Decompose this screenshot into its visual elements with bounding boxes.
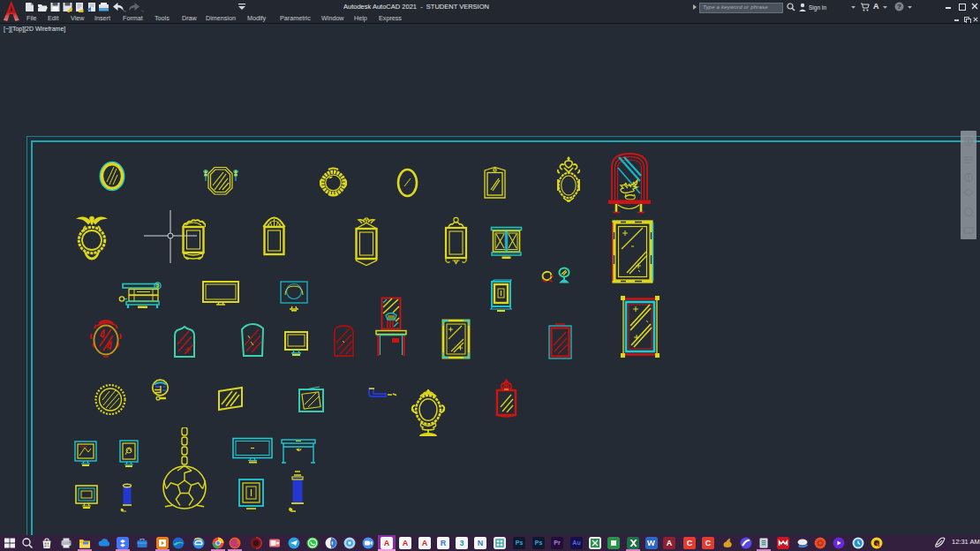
svg-text:?: ?: [897, 3, 901, 11]
